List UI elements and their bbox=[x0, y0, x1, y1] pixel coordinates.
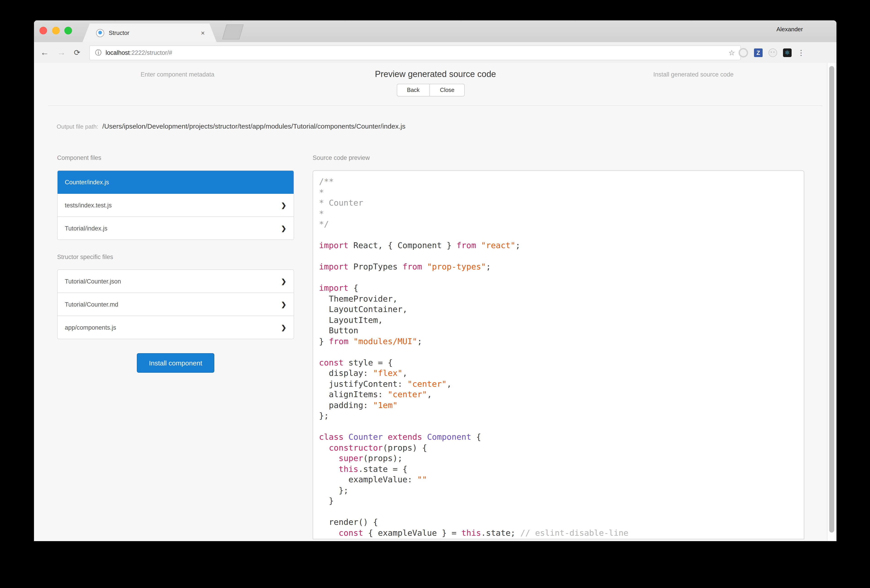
reload-icon[interactable]: ⟳ bbox=[74, 42, 80, 63]
chevron-right-icon: ❯ bbox=[281, 224, 286, 232]
structor-favicon-icon bbox=[96, 29, 104, 37]
minimize-window-button[interactable] bbox=[52, 27, 60, 34]
code-line: LayoutContainer, bbox=[319, 304, 804, 315]
code-line: const { exampleValue } = this.state; // … bbox=[319, 527, 804, 538]
structor-files-list: Tutorial/Counter.json❯Tutorial/Counter.m… bbox=[57, 269, 294, 339]
code-line bbox=[319, 251, 804, 261]
file-list-item[interactable]: tests/index.test.js❯ bbox=[58, 194, 293, 217]
code-line: import { bbox=[319, 282, 804, 293]
page-content: Enter component metadata Preview generat… bbox=[34, 63, 827, 541]
code-line: }; bbox=[319, 410, 804, 421]
chevron-right-icon: ❯ bbox=[281, 301, 286, 308]
file-name: Tutorial/Counter.md bbox=[65, 301, 281, 308]
step-install-code: Install generated source code bbox=[565, 71, 822, 78]
react-devtools-icon[interactable]: ⚛ bbox=[783, 48, 792, 57]
code-line: padding: "1em" bbox=[319, 399, 804, 410]
address-bar[interactable]: ⓘ localhost:2222/structor/# ☆ bbox=[89, 45, 741, 60]
code-line: ThemeProvider, bbox=[319, 293, 804, 304]
file-name: Counter/index.js bbox=[65, 179, 286, 186]
code-line bbox=[319, 346, 804, 357]
browser-tab[interactable]: Structor × bbox=[82, 24, 217, 42]
file-list-item[interactable]: Tutorial/Counter.md❯ bbox=[58, 293, 293, 316]
file-list-item[interactable]: app/components.js❯ bbox=[58, 316, 293, 339]
face-extension-icon[interactable] bbox=[769, 48, 777, 57]
file-list-item[interactable]: Tutorial/index.js❯ bbox=[58, 217, 293, 239]
disabled-extension-icon[interactable] bbox=[739, 48, 748, 57]
file-list-item[interactable]: Counter/index.js bbox=[58, 171, 293, 194]
code-line: const style = { bbox=[319, 357, 804, 368]
step-enter-metadata: Enter component metadata bbox=[49, 71, 307, 78]
close-button[interactable]: Close bbox=[429, 84, 465, 97]
code-line: }; bbox=[319, 485, 804, 495]
code-line bbox=[319, 272, 804, 282]
page-scrollbar-thumb[interactable] bbox=[829, 66, 834, 533]
url-text[interactable]: localhost:2222/structor/# bbox=[106, 49, 728, 56]
source-preview-heading: Source code preview bbox=[313, 154, 804, 161]
chevron-right-icon: ❯ bbox=[281, 202, 286, 209]
output-path-value: /Users/ipselon/Development/projects/stru… bbox=[103, 122, 405, 130]
browser-profile-name[interactable]: Alexander bbox=[776, 26, 803, 33]
code-line: class Counter extends Component { bbox=[319, 432, 804, 442]
code-line bbox=[319, 229, 804, 240]
bookmark-star-icon[interactable]: ☆ bbox=[728, 49, 735, 57]
tab-title: Structor bbox=[109, 30, 201, 36]
z-extension-icon[interactable]: Z bbox=[754, 48, 763, 57]
wizard-actions: Back Close bbox=[396, 84, 465, 97]
code-line: super(props); bbox=[319, 453, 804, 463]
extension-icons: Z ⚛ ⋮ bbox=[739, 42, 805, 63]
new-tab-button[interactable] bbox=[222, 24, 244, 39]
forward-navigation-icon: → bbox=[57, 42, 66, 63]
code-line: */ bbox=[319, 219, 804, 229]
url-path: :2222/structor/# bbox=[130, 49, 173, 56]
code-line: display: "flex", bbox=[319, 368, 804, 378]
preview-column: Source code preview /**** Counter**/ imp… bbox=[313, 154, 804, 539]
page-scrollbar-track[interactable] bbox=[827, 63, 836, 541]
back-navigation-icon[interactable]: ← bbox=[40, 42, 49, 63]
code-line: render() { bbox=[319, 517, 804, 527]
code-line: constructor(props) { bbox=[319, 442, 804, 453]
code-line: alignItems: "center", bbox=[319, 389, 804, 399]
source-code: /**** Counter**/ import React, { Compone… bbox=[319, 176, 804, 538]
code-line: * bbox=[319, 187, 804, 197]
source-code-panel[interactable]: /**** Counter**/ import React, { Compone… bbox=[313, 170, 804, 539]
zoom-window-button[interactable] bbox=[64, 27, 72, 34]
file-list-item[interactable]: Tutorial/Counter.json❯ bbox=[58, 270, 293, 293]
code-line: } bbox=[319, 495, 804, 506]
file-name: app/components.js bbox=[65, 324, 281, 331]
tab-close-icon[interactable]: × bbox=[201, 29, 205, 37]
browser-toolbar: ← → ⟳ ⓘ localhost:2222/structor/# ☆ Z ⚛ … bbox=[34, 42, 836, 63]
install-component-button[interactable]: Install component bbox=[137, 353, 215, 373]
install-button-row: Install component bbox=[57, 353, 294, 373]
code-line bbox=[319, 506, 804, 517]
code-line: LayoutItem, bbox=[319, 315, 804, 325]
code-line: exampleValue: "" bbox=[319, 474, 804, 485]
chevron-right-icon: ❯ bbox=[281, 324, 286, 331]
files-column: Component files Counter/index.jstests/in… bbox=[57, 154, 294, 373]
divider bbox=[49, 105, 822, 106]
chevron-right-icon: ❯ bbox=[281, 278, 286, 285]
browser-tab-strip: Structor × Alexander bbox=[34, 20, 836, 42]
page-title: Preview generated source code bbox=[307, 69, 565, 79]
page-info-icon[interactable]: ⓘ bbox=[95, 49, 101, 57]
code-line: this.state = { bbox=[319, 463, 804, 474]
close-window-button[interactable] bbox=[39, 27, 47, 34]
structor-files-heading: Structor specific files bbox=[57, 254, 294, 260]
wizard-steps: Enter component metadata Preview generat… bbox=[49, 69, 822, 79]
code-line: justifyContent: "center", bbox=[319, 378, 804, 389]
component-files-heading: Component files bbox=[57, 154, 294, 161]
file-name: tests/index.test.js bbox=[65, 202, 281, 208]
code-line bbox=[319, 421, 804, 432]
output-path-row: Output file path: /Users/ipselon/Develop… bbox=[57, 122, 405, 130]
code-line: * Counter bbox=[319, 197, 804, 208]
url-host: localhost bbox=[106, 49, 130, 56]
component-files-list: Counter/index.jstests/index.test.js❯Tuto… bbox=[57, 170, 294, 240]
browser-menu-kebab-icon[interactable]: ⋮ bbox=[797, 48, 805, 57]
file-name: Tutorial/Counter.json bbox=[65, 278, 281, 285]
back-button[interactable]: Back bbox=[396, 84, 429, 97]
code-line: * bbox=[319, 208, 804, 219]
file-name: Tutorial/index.js bbox=[65, 225, 281, 232]
screenshot-stage: Structor × Alexander ← → ⟳ ⓘ localhost:2… bbox=[0, 0, 870, 588]
output-path-label: Output file path: bbox=[57, 123, 98, 130]
browser-window: Structor × Alexander ← → ⟳ ⓘ localhost:2… bbox=[34, 20, 836, 541]
code-line: Button bbox=[319, 325, 804, 336]
